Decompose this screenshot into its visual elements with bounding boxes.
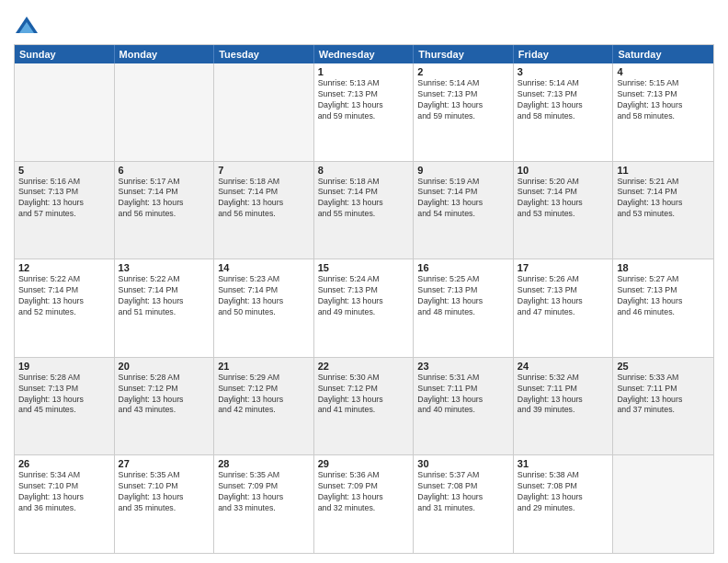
calendar-cell: 16Sunrise: 5:25 AMSunset: 7:13 PMDayligh…	[414, 259, 514, 357]
day-info: Sunrise: 5:25 AMSunset: 7:13 PMDaylight:…	[417, 274, 509, 318]
calendar-cell: 2Sunrise: 5:14 AMSunset: 7:13 PMDaylight…	[414, 63, 514, 161]
day-number: 18	[617, 262, 710, 273]
day-number: 20	[119, 361, 210, 372]
day-number: 10	[518, 165, 609, 176]
day-number: 13	[119, 262, 210, 273]
day-info: Sunrise: 5:28 AMSunset: 7:12 PMDaylight:…	[119, 373, 210, 417]
day-info: Sunrise: 5:20 AMSunset: 7:14 PMDaylight:…	[518, 177, 609, 221]
calendar-cell	[115, 63, 215, 161]
day-number: 22	[318, 361, 410, 372]
day-info: Sunrise: 5:21 AMSunset: 7:14 PMDaylight:…	[617, 177, 710, 221]
day-info: Sunrise: 5:34 AMSunset: 7:10 PMDaylight:…	[18, 470, 110, 514]
day-number: 16	[417, 262, 509, 273]
calendar-cell: 12Sunrise: 5:22 AMSunset: 7:14 PMDayligh…	[15, 259, 115, 357]
day-info: Sunrise: 5:35 AMSunset: 7:09 PMDaylight:…	[218, 470, 310, 514]
calendar-week-row: 19Sunrise: 5:28 AMSunset: 7:13 PMDayligh…	[15, 358, 713, 456]
day-number: 15	[318, 262, 410, 273]
day-number: 14	[218, 262, 310, 273]
day-info: Sunrise: 5:38 AMSunset: 7:08 PMDaylight:…	[518, 470, 609, 514]
day-number: 11	[617, 165, 710, 176]
calendar-cell: 27Sunrise: 5:35 AMSunset: 7:10 PMDayligh…	[115, 455, 215, 553]
calendar-cell: 19Sunrise: 5:28 AMSunset: 7:13 PMDayligh…	[15, 358, 115, 455]
day-info: Sunrise: 5:22 AMSunset: 7:14 PMDaylight:…	[119, 274, 210, 318]
day-number: 2	[417, 66, 509, 77]
day-number: 24	[518, 361, 609, 372]
day-info: Sunrise: 5:16 AMSunset: 7:13 PMDaylight:…	[18, 177, 110, 221]
day-info: Sunrise: 5:33 AMSunset: 7:11 PMDaylight:…	[617, 373, 710, 417]
calendar-week-row: 5Sunrise: 5:16 AMSunset: 7:13 PMDaylight…	[15, 162, 713, 260]
day-number: 17	[518, 262, 609, 273]
day-info: Sunrise: 5:37 AMSunset: 7:08 PMDaylight:…	[417, 470, 509, 514]
day-info: Sunrise: 5:31 AMSunset: 7:11 PMDaylight:…	[417, 373, 509, 417]
weekday-header: Saturday	[613, 45, 713, 63]
calendar-cell: 10Sunrise: 5:20 AMSunset: 7:14 PMDayligh…	[514, 162, 614, 259]
day-number: 27	[119, 458, 210, 469]
day-number: 3	[518, 66, 609, 77]
day-number: 23	[417, 361, 509, 372]
day-info: Sunrise: 5:24 AMSunset: 7:13 PMDaylight:…	[318, 274, 410, 318]
logo	[14, 13, 43, 39]
calendar-cell: 20Sunrise: 5:28 AMSunset: 7:12 PMDayligh…	[115, 358, 215, 455]
calendar: SundayMondayTuesdayWednesdayThursdayFrid…	[14, 44, 714, 554]
day-info: Sunrise: 5:18 AMSunset: 7:14 PMDaylight:…	[318, 177, 410, 221]
day-info: Sunrise: 5:36 AMSunset: 7:09 PMDaylight:…	[318, 470, 410, 514]
header	[14, 9, 714, 39]
day-number: 31	[518, 458, 609, 469]
calendar-cell: 15Sunrise: 5:24 AMSunset: 7:13 PMDayligh…	[314, 259, 415, 357]
day-number: 12	[18, 262, 110, 273]
day-number: 25	[617, 361, 710, 372]
day-number: 9	[417, 165, 509, 176]
calendar-header: SundayMondayTuesdayWednesdayThursdayFrid…	[15, 45, 713, 63]
calendar-cell: 6Sunrise: 5:17 AMSunset: 7:14 PMDaylight…	[115, 162, 215, 259]
logo-icon	[14, 13, 40, 39]
day-info: Sunrise: 5:18 AMSunset: 7:14 PMDaylight:…	[218, 177, 310, 221]
weekday-header: Thursday	[414, 45, 514, 63]
calendar-cell: 18Sunrise: 5:27 AMSunset: 7:13 PMDayligh…	[613, 259, 713, 357]
calendar-cell: 22Sunrise: 5:30 AMSunset: 7:12 PMDayligh…	[314, 358, 415, 455]
day-number: 8	[318, 165, 410, 176]
day-number: 19	[18, 361, 110, 372]
day-info: Sunrise: 5:27 AMSunset: 7:13 PMDaylight:…	[617, 274, 710, 318]
day-number: 26	[18, 458, 110, 469]
calendar-cell: 5Sunrise: 5:16 AMSunset: 7:13 PMDaylight…	[15, 162, 115, 259]
day-info: Sunrise: 5:17 AMSunset: 7:14 PMDaylight:…	[119, 177, 210, 221]
day-info: Sunrise: 5:32 AMSunset: 7:11 PMDaylight:…	[518, 373, 609, 417]
day-number: 4	[617, 66, 710, 77]
calendar-cell: 14Sunrise: 5:23 AMSunset: 7:14 PMDayligh…	[214, 259, 314, 357]
day-number: 28	[218, 458, 310, 469]
calendar-cell: 28Sunrise: 5:35 AMSunset: 7:09 PMDayligh…	[214, 455, 314, 553]
day-info: Sunrise: 5:14 AMSunset: 7:13 PMDaylight:…	[417, 78, 509, 122]
calendar-cell: 26Sunrise: 5:34 AMSunset: 7:10 PMDayligh…	[15, 455, 115, 553]
day-number: 1	[318, 66, 410, 77]
day-number: 30	[417, 458, 509, 469]
calendar-cell: 29Sunrise: 5:36 AMSunset: 7:09 PMDayligh…	[314, 455, 415, 553]
calendar-cell: 9Sunrise: 5:19 AMSunset: 7:14 PMDaylight…	[414, 162, 514, 259]
calendar-cell	[613, 455, 713, 553]
day-info: Sunrise: 5:29 AMSunset: 7:12 PMDaylight:…	[218, 373, 310, 417]
calendar-cell: 13Sunrise: 5:22 AMSunset: 7:14 PMDayligh…	[115, 259, 215, 357]
day-info: Sunrise: 5:19 AMSunset: 7:14 PMDaylight:…	[417, 177, 509, 221]
calendar-cell: 21Sunrise: 5:29 AMSunset: 7:12 PMDayligh…	[214, 358, 314, 455]
calendar-cell: 17Sunrise: 5:26 AMSunset: 7:13 PMDayligh…	[514, 259, 614, 357]
day-number: 7	[218, 165, 310, 176]
calendar-cell: 7Sunrise: 5:18 AMSunset: 7:14 PMDaylight…	[214, 162, 314, 259]
calendar-cell: 25Sunrise: 5:33 AMSunset: 7:11 PMDayligh…	[613, 358, 713, 455]
day-info: Sunrise: 5:28 AMSunset: 7:13 PMDaylight:…	[18, 373, 110, 417]
calendar-week-row: 26Sunrise: 5:34 AMSunset: 7:10 PMDayligh…	[15, 455, 713, 553]
calendar-cell	[15, 63, 115, 161]
calendar-cell: 31Sunrise: 5:38 AMSunset: 7:08 PMDayligh…	[514, 455, 614, 553]
weekday-header: Sunday	[15, 45, 115, 63]
page: SundayMondayTuesdayWednesdayThursdayFrid…	[0, 0, 728, 563]
day-info: Sunrise: 5:26 AMSunset: 7:13 PMDaylight:…	[518, 274, 609, 318]
calendar-cell: 8Sunrise: 5:18 AMSunset: 7:14 PMDaylight…	[314, 162, 415, 259]
calendar-cell: 23Sunrise: 5:31 AMSunset: 7:11 PMDayligh…	[414, 358, 514, 455]
calendar-cell: 30Sunrise: 5:37 AMSunset: 7:08 PMDayligh…	[414, 455, 514, 553]
day-number: 29	[318, 458, 410, 469]
calendar-cell: 3Sunrise: 5:14 AMSunset: 7:13 PMDaylight…	[514, 63, 614, 161]
calendar-week-row: 1Sunrise: 5:13 AMSunset: 7:13 PMDaylight…	[15, 63, 713, 162]
calendar-cell	[214, 63, 314, 161]
day-number: 21	[218, 361, 310, 372]
calendar-cell: 24Sunrise: 5:32 AMSunset: 7:11 PMDayligh…	[514, 358, 614, 455]
day-info: Sunrise: 5:30 AMSunset: 7:12 PMDaylight:…	[318, 373, 410, 417]
calendar-cell: 1Sunrise: 5:13 AMSunset: 7:13 PMDaylight…	[314, 63, 415, 161]
